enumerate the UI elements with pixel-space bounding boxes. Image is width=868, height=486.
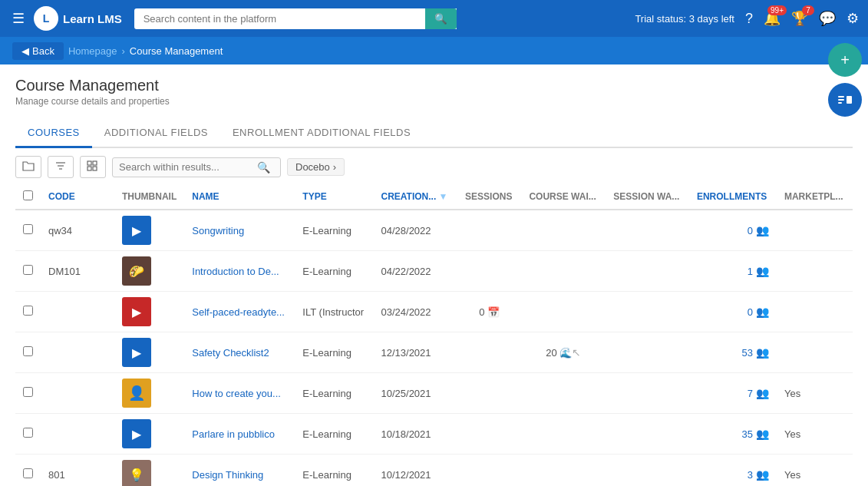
row-sessions: 0 📅 (457, 292, 521, 332)
course-name-link[interactable]: How to create you... (192, 388, 281, 399)
rewards-badge: 7 (802, 5, 814, 15)
row-marketplace (777, 332, 853, 373)
course-name-link[interactable]: Self-paced-readyte... (192, 306, 285, 318)
app-name: Learn LMS (63, 12, 122, 25)
course-name-link[interactable]: Safety Checklist2 (192, 347, 269, 359)
back-button[interactable]: ◀ Back (12, 42, 64, 60)
table-row: ▶ Parlare in pubblico E-Learning 10/18/2… (15, 414, 853, 455)
col-header-creation[interactable]: CREATION... ▼ (373, 184, 457, 210)
settings-icon[interactable]: ⚙ (847, 10, 859, 27)
table-row: DM101 🌮 Introduction to De... E-Learning… (15, 251, 853, 292)
col-header-code[interactable]: CODE (41, 184, 114, 210)
row-thumbnail: ▶ (114, 332, 184, 373)
fab-area: + (828, 43, 862, 117)
top-nav: ☰ L Learn LMS 🔍 Trial status: 3 days lef… (0, 0, 868, 37)
row-checkbox[interactable] (23, 428, 33, 438)
breadcrumb-homepage[interactable]: Homepage (68, 45, 117, 57)
docebo-filter-tag[interactable]: Docebo › (287, 158, 345, 176)
row-marketplace: Yes (777, 373, 853, 414)
page-subtitle: Manage course details and properties (15, 96, 853, 107)
hamburger-icon[interactable]: ☰ (9, 7, 28, 30)
row-enrollments: 0 👥 (689, 210, 777, 251)
col-header-sessions: SESSIONS (457, 184, 521, 210)
search-button[interactable]: 🔍 (425, 8, 457, 29)
svg-rect-9 (87, 167, 91, 170)
row-name: How to create you... (184, 373, 295, 414)
page-title: Course Management (15, 77, 853, 94)
svg-rect-1 (838, 99, 844, 101)
row-code (41, 414, 114, 455)
col-header-name[interactable]: NAME (184, 184, 295, 210)
row-thumbnail: 🌮 (114, 251, 184, 292)
row-marketplace: Yes (777, 455, 853, 487)
table-row: 👤 How to create you... E-Learning 10/25/… (15, 373, 853, 414)
row-checkbox[interactable] (23, 306, 33, 316)
notifications-icon[interactable]: 🔔99+ (764, 10, 781, 27)
messages-icon[interactable]: 💬 (819, 10, 836, 27)
col-header-enrollments[interactable]: ENROLLMENTS (689, 184, 777, 210)
row-checkbox[interactable] (23, 224, 33, 234)
row-type: ILT (Instructor (295, 292, 373, 332)
course-name-link[interactable]: Parlare in pubblico (192, 428, 275, 440)
folder-icon-button[interactable] (15, 156, 41, 178)
sort-icon: ▼ (439, 191, 448, 202)
row-course-wai (521, 373, 606, 414)
row-checkbox-cell (15, 210, 41, 251)
row-session-wa (606, 210, 689, 251)
tab-courses[interactable]: COURSES (15, 119, 92, 148)
row-enrollments: 35 👥 (689, 414, 777, 455)
row-enrollments: 53 👥 (689, 332, 777, 373)
row-checkbox-cell (15, 455, 41, 487)
table-row: qw34 ▶ Songwriting E-Learning 04/28/2022… (15, 210, 853, 251)
search-input[interactable] (134, 8, 457, 29)
course-name-link[interactable]: Songwriting (192, 225, 244, 236)
row-code (41, 332, 114, 373)
select-all-checkbox[interactable] (23, 190, 33, 200)
col-header-marketplace: MARKETPL... (777, 184, 853, 210)
row-course-wai (521, 414, 606, 455)
row-checkbox-cell (15, 414, 41, 455)
help-icon[interactable]: ? (745, 11, 753, 27)
user-view-fab-button[interactable] (828, 83, 862, 117)
svg-rect-7 (87, 161, 91, 165)
row-enrollments: 0 👥 (689, 292, 777, 332)
row-checkbox[interactable] (23, 387, 33, 397)
row-checkbox-cell (15, 373, 41, 414)
row-code: 801 (41, 455, 114, 487)
tab-additional-fields[interactable]: ADDITIONAL FIELDS (92, 119, 220, 148)
tab-enrollment-additional-fields[interactable]: ENROLLMENT ADDITIONAL FIELDS (220, 119, 423, 148)
row-name: Introduction to De... (184, 251, 295, 292)
col-header-type[interactable]: TYPE (295, 184, 373, 210)
row-session-wa (606, 414, 689, 455)
row-checkbox-cell (15, 292, 41, 332)
row-course-wai (521, 292, 606, 332)
table-toolbar: 🔍 Docebo › (15, 148, 853, 184)
row-sessions (457, 251, 521, 292)
add-fab-button[interactable]: + (828, 43, 862, 77)
row-type: E-Learning (295, 251, 373, 292)
rewards-icon[interactable]: 🏆7 (791, 10, 808, 27)
row-checkbox[interactable] (23, 468, 33, 478)
row-creation: 04/28/2022 (373, 210, 457, 251)
row-checkbox[interactable] (23, 346, 33, 356)
app-logo: L Learn LMS (34, 6, 122, 31)
grid-icon-button[interactable] (80, 156, 106, 178)
row-checkbox[interactable] (23, 265, 33, 275)
trial-status[interactable]: Trial status: 3 days left (635, 13, 734, 25)
notification-badge: 99+ (767, 5, 787, 15)
course-name-link[interactable]: Introduction to De... (192, 266, 279, 277)
row-enrollments: 1 👥 (689, 251, 777, 292)
row-name: Self-paced-readyte... (184, 292, 295, 332)
table-search-input[interactable] (119, 161, 257, 173)
row-type: E-Learning (295, 455, 373, 487)
row-sessions (457, 210, 521, 251)
filter-icon-button[interactable] (48, 156, 74, 178)
row-creation: 10/25/2021 (373, 373, 457, 414)
logo-circle: L (34, 6, 58, 31)
row-sessions (457, 373, 521, 414)
nav-right: Trial status: 3 days left ? 🔔99+ 🏆7 💬 ⚙ (635, 10, 859, 27)
col-header-thumbnail: THUMBNAIL (114, 184, 184, 210)
row-creation: 12/13/2021 (373, 332, 457, 373)
course-name-link[interactable]: Design Thinking (192, 469, 263, 481)
row-checkbox-cell (15, 251, 41, 292)
